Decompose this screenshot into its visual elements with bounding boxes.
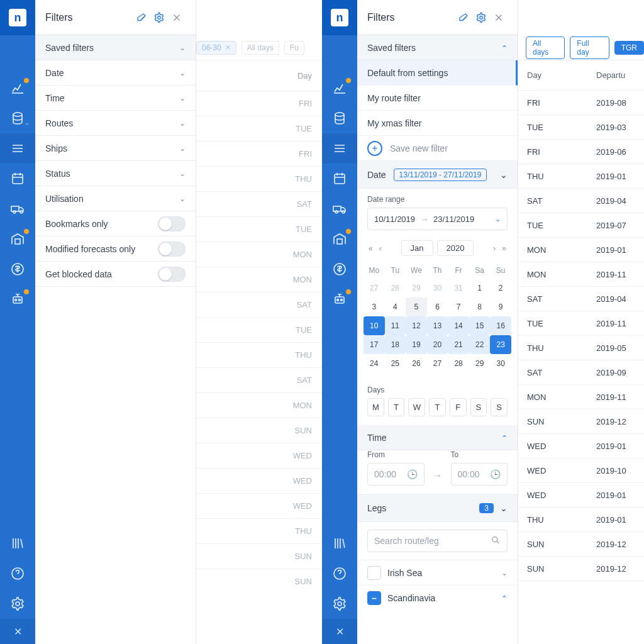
nav-truck[interactable]	[322, 194, 357, 224]
search-leg-input[interactable]: Search route/leg	[367, 530, 508, 552]
calendar-day[interactable]: 31	[448, 279, 469, 297]
section-routes[interactable]: Routes⌄	[35, 111, 196, 136]
toggle-switch[interactable]	[158, 242, 186, 257]
close-icon[interactable]	[168, 9, 186, 26]
nav-pricing[interactable]	[0, 254, 35, 284]
day-filter-btn[interactable]: T	[429, 398, 446, 416]
chip-alldays[interactable]: All days	[526, 36, 565, 59]
day-filter-btn[interactable]: M	[367, 398, 384, 416]
section-status[interactable]: Status⌄	[35, 161, 196, 186]
calendar-day[interactable]: 10	[364, 316, 385, 335]
chip-date[interactable]: 06-30✕	[196, 41, 236, 55]
calendar-day[interactable]: 29	[469, 354, 491, 373]
calendar-day[interactable]: 27	[427, 354, 448, 373]
table-row[interactable]: SAT2019-09	[518, 360, 644, 385]
nav-menu[interactable]	[0, 133, 35, 164]
day-filter-btn[interactable]: T	[388, 398, 405, 416]
calendar-day[interactable]: 16	[490, 316, 511, 335]
nav-library[interactable]	[0, 528, 35, 558]
table-row[interactable]: SUN2019-12	[518, 409, 644, 434]
saved-filters-header[interactable]: Saved filters⌄	[357, 35, 518, 60]
leg-item[interactable]: –Scandinavia⌄	[357, 585, 518, 610]
gear-icon[interactable]	[150, 9, 168, 26]
month-next-icon[interactable]: ›	[492, 244, 497, 253]
table-row[interactable]: SUN2019-12	[518, 532, 644, 557]
calendar-day[interactable]: 21	[448, 335, 469, 354]
year-select[interactable]: 2020	[437, 240, 474, 256]
table-row[interactable]: TUE2019-03	[518, 115, 644, 140]
saved-filter-item[interactable]: My route filter	[357, 86, 518, 111]
table-row[interactable]: SAT2019-04	[518, 189, 644, 213]
table-row[interactable]: MON2019-11	[518, 385, 644, 409]
table-row[interactable]: WED2019-10	[518, 458, 644, 483]
month-select[interactable]: Jan	[401, 240, 433, 256]
calendar-day[interactable]: 11	[385, 316, 406, 335]
calendar-day[interactable]: 5	[406, 297, 427, 316]
chip-alldays[interactable]: All days	[242, 41, 279, 55]
legs-section-header[interactable]: Legs 3 ⌄	[357, 494, 518, 522]
calendar-day[interactable]: 24	[364, 354, 385, 373]
table-row[interactable]: THU2019-01	[518, 164, 644, 189]
calendar-day[interactable]: 29	[406, 279, 427, 297]
rail-collapse[interactable]: ✕	[322, 619, 357, 644]
table-row[interactable]: FRI2019-08	[518, 91, 644, 115]
table-row[interactable]: MON2019-11	[518, 262, 644, 287]
nav-pricing[interactable]	[322, 254, 357, 284]
day-filter-btn[interactable]: F	[450, 398, 467, 416]
calendar-day[interactable]: 26	[406, 354, 427, 373]
nav-settings[interactable]	[322, 589, 357, 619]
calendar-day[interactable]: 7	[448, 297, 469, 316]
calendar-day[interactable]: 30	[427, 279, 448, 297]
gear-icon[interactable]	[472, 9, 490, 26]
calendar-day[interactable]: 23	[490, 335, 511, 354]
nav-analytics[interactable]	[0, 73, 35, 103]
nav-bot[interactable]	[322, 284, 357, 314]
calendar-day[interactable]: 3	[364, 297, 385, 316]
calendar-day[interactable]: 4	[385, 297, 406, 316]
saved-filter-item[interactable]: Default from settings	[357, 60, 518, 86]
calendar-day[interactable]: 8	[469, 297, 491, 316]
table-row[interactable]: SUN2019-12	[518, 557, 644, 581]
month-prev-icon[interactable]: ‹	[378, 244, 383, 253]
table-row[interactable]: TUE2019-07	[518, 213, 644, 238]
rail-collapse[interactable]: ✕	[0, 619, 35, 644]
save-new-filter[interactable]: +Save new filter	[357, 136, 518, 161]
table-row[interactable]: WED2019-01	[518, 483, 644, 508]
toggle-bookmarks-only[interactable]: Bookmarks only	[35, 211, 196, 236]
time-section-header[interactable]: Time⌄	[357, 425, 518, 450]
nav-help[interactable]	[0, 558, 35, 589]
calendar-day[interactable]: 28	[385, 279, 406, 297]
table-row[interactable]: WED2019-01	[518, 434, 644, 458]
nav-analytics[interactable]	[322, 73, 357, 103]
calendar-day[interactable]: 18	[385, 335, 406, 354]
calendar-day[interactable]: 2	[490, 279, 511, 297]
saved-filter-item[interactable]: My xmas filter	[357, 111, 518, 136]
calendar-day[interactable]: 1	[469, 279, 491, 297]
nav-data[interactable]	[322, 103, 357, 133]
calendar-day[interactable]: 17	[364, 335, 385, 354]
date-section-header[interactable]: Date 13/11/2019 - 27/11/2019 ⌄	[357, 161, 518, 189]
nav-warehouse[interactable]	[0, 224, 35, 254]
nav-data[interactable]	[0, 103, 35, 133]
chevron-icon[interactable]: ⌄	[501, 569, 508, 577]
leg-item[interactable]: Irish Sea⌄	[357, 560, 518, 585]
toggle-get-blocked-data[interactable]: Get blocked data	[35, 262, 196, 287]
day-filter-btn[interactable]: S	[470, 398, 487, 416]
calendar-day[interactable]: 15	[469, 316, 491, 335]
calendar-day[interactable]: 20	[427, 335, 448, 354]
table-row[interactable]: TUE2019-11	[518, 311, 644, 336]
nav-calendar[interactable]	[0, 164, 35, 194]
nav-help[interactable]	[322, 558, 357, 589]
close-icon[interactable]	[490, 9, 508, 26]
calendar-day[interactable]: 6	[427, 297, 448, 316]
table-row[interactable]: FRI2019-06	[518, 140, 644, 164]
calendar-day[interactable]: 30	[490, 354, 511, 373]
date-chip[interactable]: 13/11/2019 - 27/11/2019	[394, 169, 487, 181]
chevron-icon[interactable]: ⌄	[501, 594, 508, 602]
eraser-icon[interactable]	[455, 9, 472, 26]
chip-full[interactable]: Fu	[284, 41, 304, 55]
calendar-day[interactable]: 12	[406, 316, 427, 335]
year-prev-icon[interactable]: «	[367, 244, 374, 253]
year-next-icon[interactable]: »	[501, 244, 508, 253]
toggle-switch[interactable]	[158, 267, 186, 282]
